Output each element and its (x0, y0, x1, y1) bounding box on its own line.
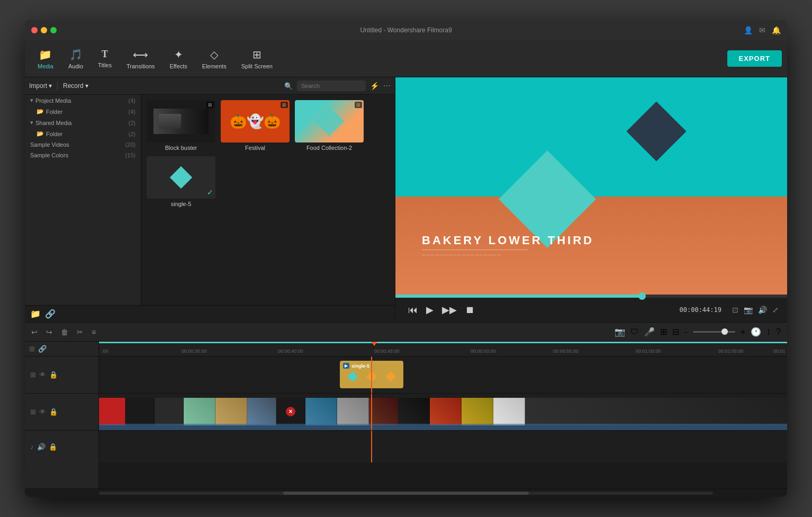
close-button[interactable] (31, 27, 38, 33)
grid-view-icon[interactable]: ⋯ (383, 82, 391, 90)
search-input[interactable] (297, 81, 366, 91)
toolbar-item-audio[interactable]: 🎵 Audio (61, 45, 91, 73)
ruler-mark: 00:01:00:00 (636, 349, 661, 354)
film-frame (155, 398, 184, 425)
single5-diamond (170, 166, 192, 189)
audio-label: Audio (68, 63, 83, 69)
fullscreen-icon[interactable]: ⊡ (732, 306, 738, 314)
tree-item-folder-2[interactable]: 📂 Folder (2) (25, 128, 141, 139)
redo-icon[interactable]: ↪ (46, 328, 52, 336)
toolbar-item-transitions[interactable]: ⟷ Transitions (119, 45, 162, 73)
settings-icon[interactable]: 🔔 (772, 26, 781, 34)
progress-fill (395, 295, 642, 298)
link-tracks-icon[interactable]: 🔗 (38, 345, 47, 353)
record-label: Record (63, 82, 84, 90)
user-icon[interactable]: 👤 (744, 26, 753, 34)
list-icon[interactable]: ≡ (92, 328, 96, 336)
film-frame (493, 398, 525, 425)
toolbar-item-elements[interactable]: ◇ Elements (195, 45, 234, 73)
toolbar-item-titles[interactable]: T Titles (91, 46, 119, 72)
audio-vol-icon[interactable]: 🔊 (37, 443, 46, 451)
festival-icon: 🎃👻🎃 (221, 100, 290, 142)
note-icon[interactable]: ♪ (30, 443, 34, 451)
record-button[interactable]: Record ▾ (63, 82, 88, 90)
export-button[interactable]: EXPORT (727, 50, 782, 67)
tree-item-folder-1[interactable]: 📂 Folder (4) (25, 106, 141, 117)
clip-label: single-5 (351, 363, 369, 369)
play-button[interactable]: ▶ (422, 302, 438, 318)
food-img (295, 100, 364, 142)
stop-button[interactable]: ⏹ (461, 302, 479, 318)
audio-lock-icon[interactable]: 🔒 (49, 443, 57, 451)
toolbar-item-effects[interactable]: ✦ Effects (162, 45, 194, 73)
title-bar-right: 👤 ✉ 🔔 (744, 26, 781, 34)
camera-icon[interactable]: 📷 (615, 327, 625, 337)
playhead-triangle (371, 342, 377, 346)
tree-item-sample-colors[interactable]: Sample Colors (15) (25, 150, 141, 161)
folder-actions: 📁 🔗 (25, 305, 395, 322)
video-eye-icon[interactable]: 👁 (39, 408, 46, 416)
volume-icon[interactable]: 🔊 (758, 306, 767, 314)
minimize-button[interactable] (41, 27, 47, 33)
cut-icon[interactable]: ✂ (77, 328, 83, 336)
effects-icon: ✦ (174, 48, 183, 61)
clock-icon[interactable]: 🕐 (751, 327, 761, 337)
film-frame (247, 398, 276, 425)
film-frame (99, 398, 125, 425)
zoom-slider[interactable] (693, 331, 735, 333)
delete-icon[interactable]: 🗑 (61, 328, 68, 336)
media-item-food-collection[interactable]: ⊞ Food Collection-2 (295, 100, 364, 151)
search-icon: 🔍 (284, 82, 293, 90)
video-lock-icon[interactable]: 🔒 (49, 408, 58, 416)
skip-back-button[interactable]: ⏮ (404, 302, 422, 318)
fast-forward-button[interactable]: ▶▶ (438, 302, 461, 318)
traffic-lights (31, 27, 57, 33)
film-frame (305, 398, 337, 425)
shield-icon[interactable]: 🛡 (630, 327, 639, 337)
media-item-festival[interactable]: 🎃👻🎃 ⊞ Festival (221, 100, 290, 151)
media-item-single5[interactable]: ✓ single-5 (147, 156, 215, 207)
zoom-in-icon[interactable]: + (741, 327, 745, 337)
expand-icon[interactable]: ⤢ (772, 306, 779, 314)
screenshot-icon[interactable]: 📷 (744, 306, 753, 314)
progress-handle[interactable] (638, 292, 646, 300)
zoom-handle[interactable] (721, 328, 728, 335)
new-folder-button[interactable]: 📁 (30, 309, 41, 319)
import-button[interactable]: Import ▾ (29, 82, 52, 90)
filter-icon[interactable]: ⚡ (370, 82, 379, 90)
grid-icon[interactable]: ⊞ (30, 371, 36, 379)
selected-checkmark: ✓ (207, 188, 213, 197)
add-track-icon[interactable]: ⊞ (29, 345, 35, 353)
ruler-mark: 00:01 (773, 349, 786, 354)
progress-bar[interactable] (395, 295, 787, 298)
scrollbar-track[interactable] (99, 492, 713, 495)
maximize-button[interactable] (50, 27, 57, 33)
video-grid-icon[interactable]: ⊞ (30, 408, 36, 416)
time-display: 00:00:44:19 (680, 306, 721, 314)
eye-icon[interactable]: 👁 (39, 371, 46, 379)
tree-item-sample-videos[interactable]: Sample Videos (20) (25, 139, 141, 150)
elements-label: Elements (202, 63, 227, 69)
scrollbar-thumb[interactable] (283, 492, 529, 495)
help-icon[interactable]: ? (776, 327, 781, 337)
mail-icon[interactable]: ✉ (759, 26, 765, 34)
more-icon[interactable]: ⊟ (672, 327, 679, 337)
delete-clip-container: × (276, 398, 305, 425)
film-frame (525, 398, 787, 425)
playhead-top (371, 342, 377, 356)
toolbar-item-split-screen[interactable]: ⊞ Split Screen (234, 45, 280, 73)
tree-item-project-media[interactable]: ▾ Project Media (4) (25, 95, 141, 106)
link-button[interactable]: 🔗 (45, 309, 56, 319)
toolbar-item-media[interactable]: 📁 Media (30, 45, 61, 73)
undo-icon[interactable]: ↩ (31, 328, 38, 336)
columns-icon[interactable]: ⫶ (766, 327, 771, 337)
media-item-blockbuster[interactable]: ⊞ Block buster (147, 100, 215, 151)
delete-badge[interactable]: × (286, 407, 295, 416)
zoom-out-icon[interactable]: - (684, 327, 687, 337)
tree-item-shared-media[interactable]: ▾ Shared Media (2) (25, 117, 141, 128)
mic-icon[interactable]: 🎤 (644, 327, 655, 337)
record-chevron-icon: ▾ (85, 82, 88, 90)
layout-icon[interactable]: ⊞ (660, 327, 667, 337)
title-bar: Untitled - Wondershare Filmora9 👤 ✉ 🔔 (25, 20, 787, 40)
lock-icon[interactable]: 🔒 (49, 371, 58, 379)
